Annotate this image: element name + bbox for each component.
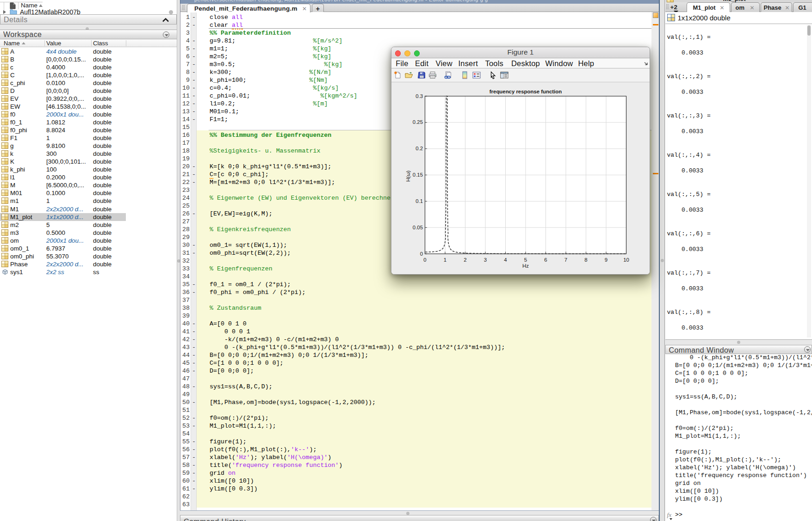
- svg-text:10: 10: [623, 257, 629, 263]
- svg-text:0.05: 0.05: [413, 225, 423, 230]
- svg-text:0.15: 0.15: [413, 172, 423, 178]
- svg-text:0: 0: [423, 257, 426, 263]
- svg-text:1: 1: [444, 257, 446, 263]
- svg-text:0: 0: [420, 251, 423, 257]
- svg-text:0.2: 0.2: [415, 146, 423, 151]
- svg-text:8: 8: [584, 257, 587, 263]
- svg-text:6: 6: [544, 257, 547, 263]
- svg-text:0.25: 0.25: [413, 119, 423, 125]
- svg-text:frequency response function: frequency response function: [490, 89, 562, 94]
- svg-text:0.3: 0.3: [415, 93, 423, 99]
- svg-text:3: 3: [484, 257, 487, 263]
- svg-text:2: 2: [464, 257, 466, 263]
- svg-text:7: 7: [564, 257, 567, 263]
- svg-text:4: 4: [504, 257, 507, 263]
- svg-text:Hz: Hz: [522, 263, 529, 269]
- svg-text:H(ω): H(ω): [405, 170, 411, 182]
- svg-text:9: 9: [605, 257, 607, 263]
- svg-text:0.1: 0.1: [415, 198, 423, 204]
- svg-text:5: 5: [524, 257, 527, 263]
